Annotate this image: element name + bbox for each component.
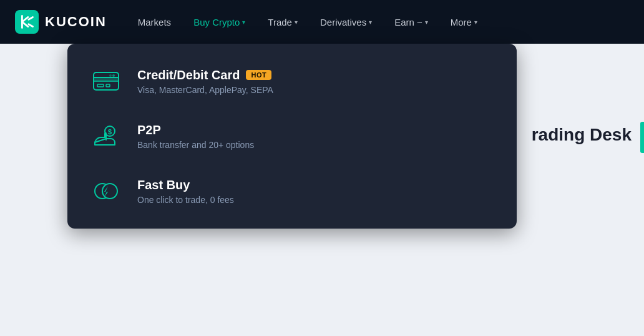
svg-point-8 xyxy=(109,74,112,77)
dropdown-item-fast-buy[interactable]: Fast Buy One click to trade, 0 fees xyxy=(67,164,517,219)
kucoin-logo-icon xyxy=(15,10,39,34)
credit-card-subtitle: Visa, MasterCard, ApplePay, SEPA xyxy=(137,85,273,95)
p2p-title: P2P xyxy=(137,123,161,137)
navbar: KUCOIN Markets Buy Crypto ▾ Trade ▾ Deri… xyxy=(0,0,644,44)
nav-more[interactable]: More ▾ xyxy=(439,0,489,44)
nav-earn[interactable]: Earn ~ ▾ xyxy=(383,0,439,44)
nav-buy-crypto[interactable]: Buy Crypto ▾ xyxy=(182,0,256,44)
fast-buy-title-row: Fast Buy xyxy=(137,178,234,192)
trading-desk-banner: rading Desk xyxy=(532,125,644,145)
p2p-text: P2P Bank transfer and 20+ options xyxy=(137,123,254,150)
svg-text:$: $ xyxy=(108,128,112,136)
svg-rect-0 xyxy=(15,10,39,34)
fast-buy-subtitle: One click to trade, 0 fees xyxy=(137,195,234,205)
hot-badge: HOT xyxy=(246,70,271,80)
logo-area[interactable]: KUCOIN xyxy=(15,10,107,34)
teal-accent-bar xyxy=(640,122,644,153)
nav-derivatives[interactable]: Derivatives ▾ xyxy=(309,0,383,44)
fast-buy-icon xyxy=(90,175,122,207)
svg-rect-5 xyxy=(97,84,104,87)
p2p-subtitle: Bank transfer and 20+ options xyxy=(137,140,254,150)
buy-crypto-dropdown: Credit/Debit Card HOT Visa, MasterCard, … xyxy=(67,44,517,229)
earn-chevron-icon: ▾ xyxy=(425,19,428,26)
buy-crypto-chevron-icon: ▾ xyxy=(242,19,245,26)
trade-chevron-icon: ▾ xyxy=(295,19,298,26)
dropdown-item-credit-card[interactable]: Credit/Debit Card HOT Visa, MasterCard, … xyxy=(67,54,517,109)
svg-point-7 xyxy=(112,74,115,77)
main-content: rading Desk Credit/ xyxy=(0,44,644,336)
credit-card-icon xyxy=(90,65,122,97)
nav-trade[interactable]: Trade ▾ xyxy=(256,0,309,44)
credit-card-title: Credit/Debit Card xyxy=(137,68,240,82)
dropdown-item-p2p[interactable]: $ P2P Bank transfer and 20+ options xyxy=(67,109,517,164)
nav-items: Markets Buy Crypto ▾ Trade ▾ Derivatives… xyxy=(127,0,629,44)
p2p-title-row: P2P xyxy=(137,123,254,137)
fast-buy-text: Fast Buy One click to trade, 0 fees xyxy=(137,178,234,205)
svg-point-12 xyxy=(102,184,117,199)
derivatives-chevron-icon: ▾ xyxy=(369,19,372,26)
nav-markets[interactable]: Markets xyxy=(127,0,182,44)
more-chevron-icon: ▾ xyxy=(474,19,477,26)
credit-card-title-row: Credit/Debit Card HOT xyxy=(137,68,273,82)
credit-card-text: Credit/Debit Card HOT Visa, MasterCard, … xyxy=(137,68,273,95)
logo-text: KUCOIN xyxy=(45,14,107,30)
svg-rect-6 xyxy=(106,84,110,87)
p2p-icon: $ xyxy=(90,120,122,152)
fast-buy-title: Fast Buy xyxy=(137,178,190,192)
